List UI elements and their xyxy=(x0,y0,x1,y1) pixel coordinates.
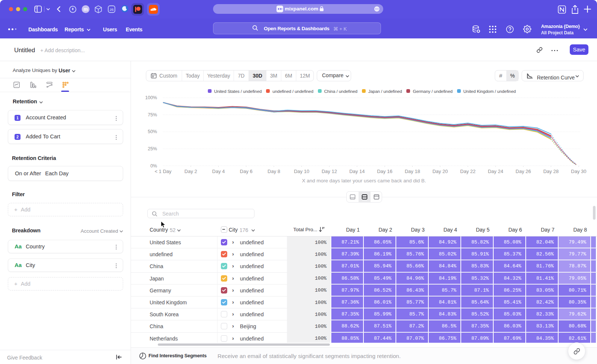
svg-text:Day 20: Day 20 xyxy=(432,169,448,174)
svg-text:Day 26: Day 26 xyxy=(516,169,531,174)
svg-text:Day 4: Day 4 xyxy=(212,169,225,174)
svg-text:100%: 100% xyxy=(146,95,157,100)
svg-text:0%: 0% xyxy=(150,163,157,169)
svg-text:< 1 Day: < 1 Day xyxy=(154,169,172,174)
svg-text:Day 6: Day 6 xyxy=(240,169,253,174)
svg-text:Day 28: Day 28 xyxy=(543,169,559,174)
svg-text:Day 12: Day 12 xyxy=(322,169,337,174)
svg-text:Day 14: Day 14 xyxy=(349,169,365,174)
svg-text:75%: 75% xyxy=(148,112,157,117)
svg-text:JS: JS xyxy=(109,8,113,12)
svg-text:Day 30: Day 30 xyxy=(571,169,586,174)
svg-text:50%: 50% xyxy=(148,129,157,134)
svg-text:Day 22: Day 22 xyxy=(460,169,475,174)
svg-text:Day 24: Day 24 xyxy=(488,169,503,174)
svg-text:25%: 25% xyxy=(148,146,157,151)
svg-text:Day 2: Day 2 xyxy=(184,169,197,174)
svg-text:Day 18: Day 18 xyxy=(405,169,420,174)
svg-text:Day 8: Day 8 xyxy=(268,169,280,174)
svg-text:Day 10: Day 10 xyxy=(294,169,309,174)
svg-text:Day 16: Day 16 xyxy=(377,169,392,174)
